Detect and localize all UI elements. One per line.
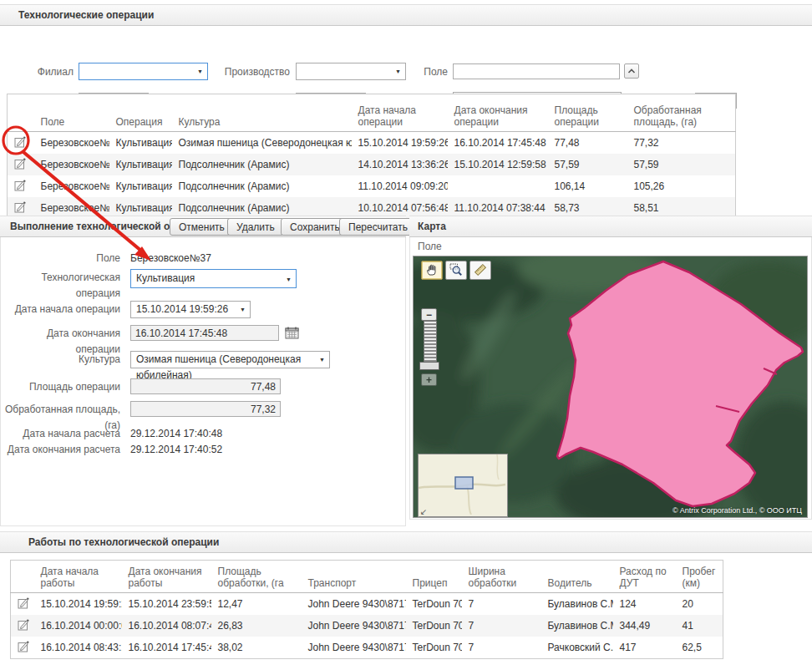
- edit-icon[interactable]: [14, 135, 28, 149]
- edit-icon[interactable]: [18, 618, 31, 632]
- cell-culture: Озимая пшеница (Северодонецкая юбилейная…: [172, 132, 352, 155]
- measure-ruler-tool[interactable]: [469, 261, 491, 280]
- cell-trailer: TerDoun 700: [406, 615, 462, 637]
- cell-fuel: 344,49: [613, 615, 676, 637]
- works-panel-header: Работы по технологической операции: [0, 531, 812, 553]
- column-header-driver[interactable]: Водитель: [541, 561, 613, 593]
- overview-map[interactable]: ↙: [418, 454, 508, 517]
- zoom-in-button[interactable]: +: [421, 373, 437, 386]
- production-select[interactable]: ▼: [296, 63, 406, 80]
- operations-table: Поле Операция Культура Дата начала опера…: [7, 94, 736, 220]
- column-header-processed-area[interactable]: Обработанная площадь, (га): [627, 94, 736, 132]
- column-header-width[interactable]: Ширина обработки: [462, 561, 541, 593]
- chevron-down-icon: ▼: [319, 357, 325, 363]
- cell-driver: Рачковский С.А.: [541, 637, 613, 659]
- filters-bar: Филиал ▼ Производство ▼ Поле Начало пери…: [0, 25, 812, 92]
- cell-processed-area: 105,26: [627, 175, 736, 197]
- cell-mileage: 41: [676, 615, 723, 637]
- cell-work-area: 26,83: [211, 615, 302, 637]
- field-filter-input[interactable]: [453, 63, 620, 79]
- column-header-field[interactable]: Поле: [34, 94, 109, 132]
- form-culture-label: Культура: [1, 352, 120, 368]
- column-header-work-start[interactable]: Дата начала работы: [34, 561, 122, 593]
- column-header-start-date[interactable]: Дата начала операции: [352, 94, 448, 132]
- cell-culture: Подсолнечник (Арамис): [172, 154, 352, 175]
- edit-icon[interactable]: [14, 157, 28, 170]
- magnifier-icon: [449, 263, 463, 277]
- cell-work-start: 15.10.2014 19:59:26: [34, 593, 122, 616]
- op-area-input[interactable]: [130, 378, 281, 394]
- column-header-area[interactable]: Площадь операции: [548, 94, 627, 132]
- column-header-mileage[interactable]: Пробег (км): [676, 561, 723, 593]
- cell-work-start: 16.10.2014 08:43:11: [34, 637, 122, 659]
- column-header-transport[interactable]: Транспорт: [302, 561, 406, 593]
- tech-operation-select[interactable]: Культивация ▼: [130, 269, 297, 288]
- cell-mileage: 20: [676, 593, 723, 616]
- cell-start-date: 15.10.2014 19:59:26: [352, 132, 448, 155]
- map-canvas[interactable]: − + ↙ © Antrix Corporation Ltd., © ООО И…: [413, 256, 808, 518]
- map-panel-title: Карта: [409, 221, 446, 232]
- production-label: Производство: [192, 63, 290, 80]
- works-table: Дата начала работы Дата окончания работы…: [10, 560, 723, 659]
- cell-mileage: 62,5: [676, 637, 723, 659]
- op-start-value: 15.10.2014 19:59:26: [136, 303, 228, 315]
- execution-panel-header: Выполнение технологической операции Отме…: [0, 216, 406, 237]
- op-end-input[interactable]: [130, 325, 279, 341]
- column-header-end-date[interactable]: Дата окончания операции: [448, 94, 548, 132]
- overview-map-image: [419, 454, 505, 515]
- chevron-down-icon: ▼: [286, 277, 292, 282]
- chevron-up-icon: [627, 67, 637, 75]
- cell-area: 106,14: [548, 175, 627, 197]
- cancel-button[interactable]: Отменить: [170, 218, 234, 236]
- execution-panel: Выполнение технологической операции Отме…: [0, 216, 406, 526]
- form-culture-select[interactable]: Озимая пшеница (Северодонецкая юбилейная…: [130, 351, 330, 368]
- delete-button[interactable]: Удалить: [227, 218, 284, 236]
- pan-hand-tool[interactable]: [421, 261, 443, 280]
- cell-work-start: 16.10.2014 00:00:00: [34, 615, 122, 637]
- tech-operation-label: Технологическая операция: [1, 270, 120, 286]
- work-row[interactable]: 16.10.2014 08:43:11 16.10.2014 17:45:48 …: [11, 637, 723, 659]
- edit-icon[interactable]: [18, 596, 31, 610]
- edit-icon[interactable]: [14, 200, 28, 214]
- work-row[interactable]: 16.10.2014 00:00:00 16.10.2014 08:07:40 …: [11, 615, 723, 637]
- zoom-slider-handle[interactable]: [419, 362, 439, 370]
- edit-icon[interactable]: [18, 640, 31, 653]
- cell-processed-area: 57,59: [627, 154, 736, 175]
- cell-fuel: 124: [613, 593, 676, 616]
- viewport-rectangle[interactable]: [455, 477, 473, 489]
- column-header-fuel[interactable]: Расход по ДУТ: [613, 561, 676, 593]
- collapse-filters-button[interactable]: [624, 63, 639, 79]
- work-row[interactable]: 15.10.2014 19:59:26 15.10.2014 23:59:59 …: [11, 593, 723, 616]
- op-start-select[interactable]: 15.10.2014 19:59:26 ▼: [130, 301, 251, 318]
- operations-table-header-row: Поле Операция Культура Дата начала опера…: [8, 94, 736, 132]
- cell-end-date: [448, 175, 548, 197]
- column-header-operation[interactable]: Операция: [109, 94, 172, 132]
- cell-width: 7: [462, 637, 541, 659]
- branch-label: Филиал: [0, 63, 74, 80]
- column-header-trailer[interactable]: Прицеп: [406, 561, 462, 593]
- collapse-overview-icon[interactable]: ↙: [420, 507, 427, 516]
- zoom-box-tool[interactable]: [445, 261, 467, 280]
- column-header-work-area[interactable]: Площадь обработки, (га: [211, 561, 302, 593]
- column-header-culture[interactable]: Культура: [172, 94, 352, 132]
- form-field-value: Березовское№37: [130, 251, 211, 266]
- works-panel: Работы по технологической операции Дата …: [0, 530, 812, 670]
- zoom-out-button[interactable]: −: [421, 308, 437, 321]
- branch-select[interactable]: ▼: [79, 63, 208, 80]
- cell-trailer: TerDoun 700: [406, 593, 462, 616]
- cell-field: Березовское№37: [34, 132, 109, 155]
- column-header-work-end[interactable]: Дата окончания работы: [122, 561, 211, 593]
- zoom-slider-track[interactable]: [424, 321, 437, 364]
- page: Технологические операции Филиал ▼ Произв…: [0, 0, 812, 670]
- edit-icon[interactable]: [14, 179, 28, 192]
- operation-row[interactable]: Березовское№26 Культивация Подсолнечник …: [8, 175, 736, 197]
- operation-row[interactable]: Березовское№25 Культивация Подсолнечник …: [8, 154, 736, 175]
- operation-row[interactable]: Березовское№37 Культивация Озимая пшениц…: [8, 132, 736, 155]
- cell-end-date: 16.10.2014 17:45:48: [448, 132, 548, 155]
- processed-area-input[interactable]: [130, 401, 281, 417]
- edit-column-header: [11, 561, 34, 593]
- calendar-icon[interactable]: [285, 326, 299, 339]
- cell-transport: John Deere 9430\8717BH: [302, 615, 406, 637]
- cell-fuel: 417: [613, 637, 676, 659]
- recalculate-button[interactable]: Пересчитать: [339, 218, 417, 236]
